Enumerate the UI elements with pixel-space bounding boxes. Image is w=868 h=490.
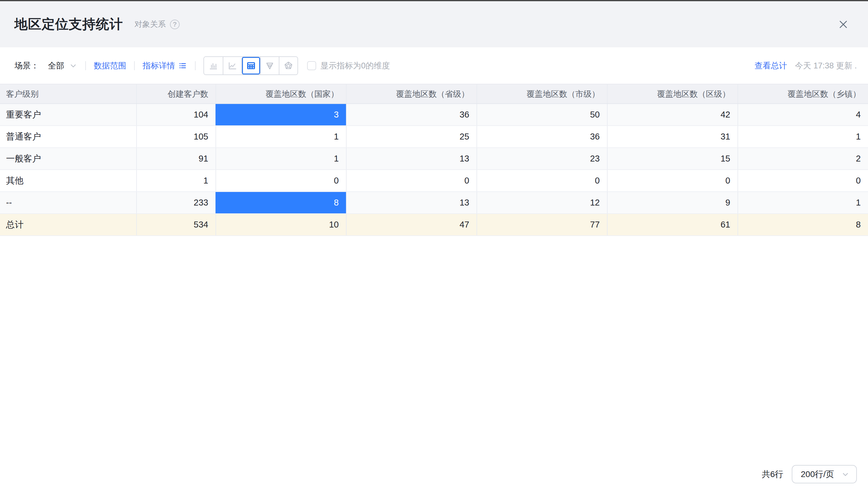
cell[interactable]: 1 bbox=[216, 126, 346, 147]
cell[interactable]: 0 bbox=[346, 170, 476, 191]
row-label: 一般客户 bbox=[0, 148, 136, 170]
column-header: 创建客户数 bbox=[136, 84, 216, 103]
page-title: 地区定位支持统计 bbox=[14, 16, 123, 33]
column-header: 客户级别 bbox=[0, 84, 136, 103]
scene-label: 场景： bbox=[14, 60, 39, 71]
cell[interactable]: 3 bbox=[216, 104, 346, 125]
cell[interactable]: 9 bbox=[607, 192, 738, 213]
updated-timestamp: 今天 17:38 更新 . bbox=[795, 60, 857, 71]
checkbox-box[interactable] bbox=[307, 61, 316, 70]
bar-chart-icon[interactable] bbox=[204, 57, 223, 74]
modal-header: 地区定位支持统计 对象关系 ? bbox=[0, 1, 868, 47]
chevron-down-icon bbox=[69, 61, 78, 70]
column-header: 覆盖地区数（区级） bbox=[607, 84, 738, 103]
cell[interactable]: 1 bbox=[738, 126, 868, 147]
cell[interactable]: 15 bbox=[607, 148, 738, 170]
toolbar: 场景： 全部 数据范围 指标详情 bbox=[0, 47, 868, 84]
pagination: 共6行 200行/页 bbox=[762, 465, 857, 483]
view-total-link[interactable]: 查看总计 bbox=[754, 60, 787, 71]
object-relation-label: 对象关系 bbox=[134, 19, 166, 30]
column-header: 覆盖地区数（乡镇） bbox=[738, 84, 868, 103]
cell[interactable]: 8 bbox=[738, 214, 868, 235]
table-header-row: 客户级别创建客户数覆盖地区数（国家）覆盖地区数（省级）覆盖地区数（市级）覆盖地区… bbox=[0, 84, 868, 104]
column-header: 覆盖地区数（省级） bbox=[346, 84, 476, 103]
show-zero-checkbox[interactable]: 显示指标为0的维度 bbox=[307, 60, 390, 71]
close-icon[interactable] bbox=[837, 18, 850, 31]
cell[interactable]: 36 bbox=[346, 104, 476, 125]
table-row: 其他100000 bbox=[0, 170, 868, 192]
table-body: 重要客户10433650424普通客户10512536311一般客户911132… bbox=[0, 104, 868, 236]
cell[interactable]: 0 bbox=[738, 170, 868, 191]
table-row: 重要客户10433650424 bbox=[0, 104, 868, 126]
table-row: --2338131291 bbox=[0, 192, 868, 214]
cell[interactable]: 1 bbox=[216, 148, 346, 170]
cell[interactable]: 105 bbox=[136, 126, 216, 147]
scene-select[interactable]: 全部 bbox=[48, 60, 78, 71]
cell[interactable]: 13 bbox=[346, 148, 476, 170]
cell[interactable]: 77 bbox=[476, 214, 607, 235]
question-circle-icon[interactable]: ? bbox=[170, 20, 180, 29]
funnel-icon[interactable] bbox=[260, 57, 279, 74]
divider bbox=[85, 61, 86, 70]
scene-selected-value: 全部 bbox=[48, 60, 64, 71]
cell[interactable]: 0 bbox=[476, 170, 607, 191]
cell[interactable]: 47 bbox=[346, 214, 476, 235]
row-label: -- bbox=[0, 192, 136, 213]
cell[interactable]: 13 bbox=[346, 192, 476, 213]
table-icon[interactable] bbox=[241, 57, 260, 74]
stats-table: 客户级别创建客户数覆盖地区数（国家）覆盖地区数（省级）覆盖地区数（市级）覆盖地区… bbox=[0, 84, 868, 236]
cell[interactable]: 1 bbox=[738, 192, 868, 213]
page-size-select[interactable]: 200行/页 bbox=[792, 465, 857, 483]
radar-icon[interactable] bbox=[279, 57, 298, 74]
data-range-link[interactable]: 数据范围 bbox=[94, 60, 126, 71]
cell[interactable]: 25 bbox=[346, 126, 476, 147]
cell[interactable]: 8 bbox=[216, 192, 346, 213]
column-header: 覆盖地区数（国家） bbox=[216, 84, 346, 103]
table-row: 普通客户10512536311 bbox=[0, 126, 868, 148]
cell[interactable]: 91 bbox=[136, 148, 216, 170]
divider bbox=[134, 61, 135, 70]
cell[interactable]: 534 bbox=[136, 214, 216, 235]
total-row: 总计534104777618 bbox=[0, 214, 868, 236]
cell[interactable]: 104 bbox=[136, 104, 216, 125]
row-label: 重要客户 bbox=[0, 104, 136, 125]
cell[interactable]: 2 bbox=[738, 148, 868, 170]
page-size-value: 200行/页 bbox=[801, 469, 834, 480]
cell[interactable]: 12 bbox=[476, 192, 607, 213]
table-row: 一般客户9111323152 bbox=[0, 148, 868, 170]
cell[interactable]: 61 bbox=[607, 214, 738, 235]
row-count: 共6行 bbox=[762, 469, 783, 480]
cell[interactable]: 233 bbox=[136, 192, 216, 213]
row-label: 普通客户 bbox=[0, 126, 136, 147]
divider bbox=[195, 61, 195, 70]
chevron-down-icon bbox=[841, 470, 849, 479]
cell[interactable]: 36 bbox=[476, 126, 607, 147]
show-zero-label: 显示指标为0的维度 bbox=[320, 60, 390, 71]
metric-detail-label: 指标详情 bbox=[143, 60, 175, 71]
cell[interactable]: 0 bbox=[607, 170, 738, 191]
metric-detail-link[interactable]: 指标详情 bbox=[143, 60, 187, 71]
cell[interactable]: 0 bbox=[216, 170, 346, 191]
cell[interactable]: 23 bbox=[476, 148, 607, 170]
cell[interactable]: 10 bbox=[216, 214, 346, 235]
row-label: 其他 bbox=[0, 170, 136, 191]
cell[interactable]: 50 bbox=[476, 104, 607, 125]
column-header: 覆盖地区数（市级） bbox=[476, 84, 607, 103]
line-chart-icon[interactable] bbox=[223, 57, 241, 74]
cell[interactable]: 42 bbox=[607, 104, 738, 125]
cell[interactable]: 31 bbox=[607, 126, 738, 147]
cell[interactable]: 1 bbox=[136, 170, 216, 191]
list-icon bbox=[178, 61, 187, 70]
cell[interactable]: 4 bbox=[738, 104, 868, 125]
view-mode-group bbox=[204, 56, 298, 75]
row-label: 总计 bbox=[0, 214, 136, 235]
